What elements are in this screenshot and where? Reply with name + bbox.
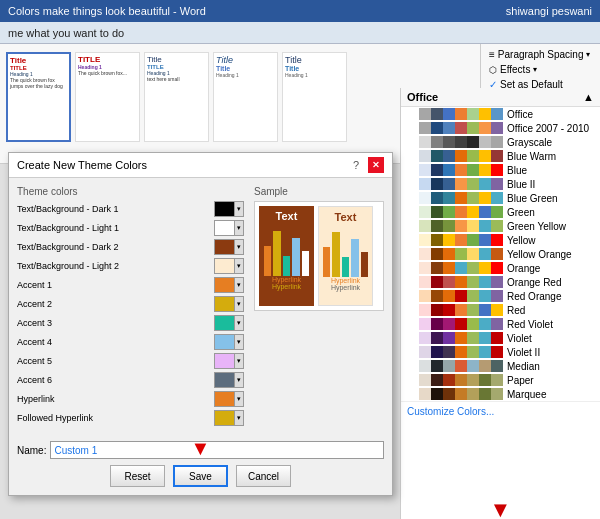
swatch-8-5 [467,220,479,232]
color-picker-7[interactable]: ▾ [214,334,244,350]
color-picker-0[interactable]: ▾ [214,201,244,217]
color-picker-8[interactable]: ▾ [214,353,244,369]
color-dropdown-7[interactable]: ▾ [234,335,243,349]
swatch-2-6 [479,136,491,148]
color-dropdown-10[interactable]: ▾ [234,392,243,406]
theme-label-13: Red Orange [507,291,561,302]
theme-row-20[interactable]: Marquee [401,387,600,401]
swatch-16-7 [491,332,503,344]
swatch-13-2 [431,290,443,302]
paragraph-spacing-btn[interactable]: ≡ Paragraph Spacing ▾ [487,48,594,61]
theme-preview-5[interactable]: Title Title Heading 1 [282,52,347,142]
color-picker-4[interactable]: ▾ [214,277,244,293]
button-row: Reset ▼ Save Cancel [17,465,384,487]
color-picker-6[interactable]: ▾ [214,315,244,331]
theme-row-5[interactable]: Blue II [401,177,600,191]
swatch-3-6 [479,150,491,162]
effects-btn[interactable]: ⬡ Effects ▾ [487,63,594,76]
color-row-label-7: Accent 4 [17,337,214,347]
color-dropdown-4[interactable]: ▾ [234,278,243,292]
theme-row-13[interactable]: Red Orange [401,289,600,303]
color-dropdown-1[interactable]: ▾ [234,221,243,235]
swatch-17-0 [407,346,419,358]
swatch-1-5 [467,122,479,134]
swatch-6-7 [491,192,503,204]
color-dropdown-6[interactable]: ▾ [234,316,243,330]
theme-row-7[interactable]: Green [401,205,600,219]
swatch-12-4 [455,276,467,288]
dialog-help-button[interactable]: ? [348,157,364,173]
swatch-10-3 [443,248,455,260]
theme-row-17[interactable]: Violet II [401,345,600,359]
swatch-13-6 [479,290,491,302]
theme-row-8[interactable]: Green Yellow [401,219,600,233]
theme-preview-3[interactable]: Title TITLE Heading 1 text here small [144,52,209,142]
color-picker-11[interactable]: ▾ [214,410,244,426]
theme-preview-4[interactable]: Title Title Heading 1 [213,52,278,142]
color-picker-9[interactable]: ▾ [214,372,244,388]
color-swatch-0 [215,202,234,216]
color-picker-2[interactable]: ▾ [214,239,244,255]
color-dropdown-5[interactable]: ▾ [234,297,243,311]
theme-row-9[interactable]: Yellow [401,233,600,247]
color-dropdown-8[interactable]: ▾ [234,354,243,368]
theme-row-4[interactable]: Blue [401,163,600,177]
theme-label-6: Blue Green [507,193,558,204]
color-dropdown-0[interactable]: ▾ [234,202,243,216]
name-input[interactable] [50,441,384,459]
swatch-15-2 [431,318,443,330]
swatch-11-1 [419,262,431,274]
theme-row-0[interactable]: Office [401,107,600,121]
cancel-button[interactable]: Cancel [236,465,291,487]
save-button[interactable]: Save [173,465,228,487]
color-dropdown-11[interactable]: ▾ [234,411,243,425]
theme-row-11[interactable]: Orange [401,261,600,275]
dialog-body: Theme colors Text/Background - Dark 1 ▾ … [9,178,392,437]
theme-swatches-3 [407,150,503,162]
swatch-0-6 [479,108,491,120]
color-swatch-4 [215,278,234,292]
ribbon-search-hint: me what you want to do [8,27,124,39]
theme-row-14[interactable]: Red [401,303,600,317]
theme-row-18[interactable]: Median [401,359,600,373]
swatch-13-0 [407,290,419,302]
theme-swatches-9 [407,234,503,246]
color-picker-5[interactable]: ▾ [214,296,244,312]
color-picker-1[interactable]: ▾ [214,220,244,236]
theme-swatches-16 [407,332,503,344]
theme-row-12[interactable]: Orange Red [401,275,600,289]
swatch-16-5 [467,332,479,344]
swatch-2-5 [467,136,479,148]
theme-row-19[interactable]: Paper [401,373,600,387]
color-row-0: Text/Background - Dark 1 ▾ [17,201,244,217]
swatch-19-4 [455,374,467,386]
swatch-14-0 [407,304,419,316]
swatch-6-4 [455,192,467,204]
theme-row-16[interactable]: Violet [401,331,600,345]
theme-row-3[interactable]: Blue Warm [401,149,600,163]
theme-row-2[interactable]: Grayscale [401,135,600,149]
theme-row-6[interactable]: Blue Green [401,191,600,205]
color-dropdown-3[interactable]: ▾ [234,259,243,273]
themes-list[interactable]: OfficeOffice 2007 - 2010GrayscaleBlue Wa… [401,107,600,401]
color-row-10: Hyperlink ▾ [17,391,244,407]
swatch-11-6 [479,262,491,274]
theme-row-1[interactable]: Office 2007 - 2010 [401,121,600,135]
theme-row-10[interactable]: Yellow Orange [401,247,600,261]
color-row-label-3: Text/Background - Light 2 [17,261,214,271]
customize-colors-link[interactable]: Customize Colors... [401,401,600,421]
color-picker-10[interactable]: ▾ [214,391,244,407]
color-picker-3[interactable]: ▾ [214,258,244,274]
hyperlink-dark-1: Hyperlink [272,276,301,283]
theme-swatches-5 [407,178,503,190]
theme-preview-2[interactable]: TITLE Heading 1 The quick brown fox... [75,52,140,142]
color-dropdown-9[interactable]: ▾ [234,373,243,387]
dialog-close-button[interactable]: ✕ [368,157,384,173]
swatch-10-5 [467,248,479,260]
color-dropdown-2[interactable]: ▾ [234,240,243,254]
theme-row-15[interactable]: Red Violet [401,317,600,331]
theme-preview-1[interactable]: Title TITLE Heading 1 The quick brown fo… [6,52,71,142]
swatch-3-3 [443,150,455,162]
reset-button[interactable]: Reset [110,465,165,487]
swatch-3-7 [491,150,503,162]
